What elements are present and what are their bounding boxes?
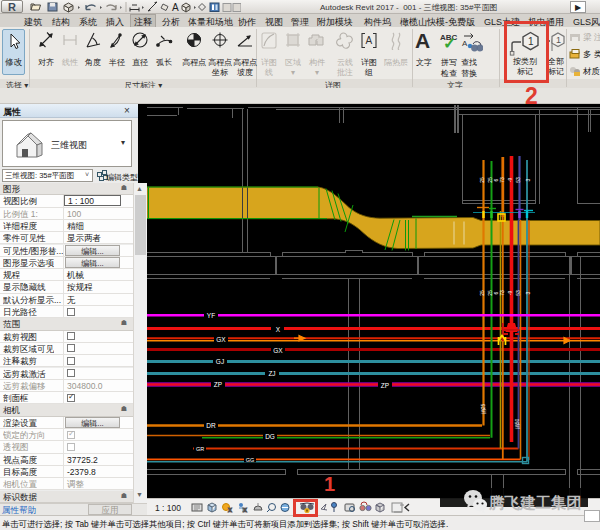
svg-text:A: A	[172, 2, 179, 13]
svg-text:73: 73	[499, 290, 505, 296]
svg-text:x: x	[228, 506, 232, 513]
svg-text:53: 53	[515, 177, 521, 183]
svg-text:53: 53	[515, 290, 521, 296]
svg-text:-9: -9	[507, 291, 513, 296]
svg-text:消25: 消25	[480, 404, 487, 415]
svg-text:3: 3	[525, 291, 531, 294]
svg-text:X: X	[276, 326, 281, 333]
svg-text:YF: YF	[207, 312, 215, 319]
svg-text:1: 1	[556, 35, 561, 45]
svg-text:ZJ: ZJ	[268, 370, 275, 377]
svg-text:DR: DR	[206, 422, 216, 429]
svg-text:3: 3	[525, 178, 531, 181]
svg-text:GJ: GJ	[216, 358, 224, 365]
svg-text:ZP: ZP	[381, 382, 389, 389]
svg-text:DG: DG	[265, 433, 275, 440]
svg-text:25: 25	[479, 290, 485, 296]
svg-text:25: 25	[479, 177, 485, 183]
svg-text:x: x	[243, 506, 247, 513]
svg-text:ZP: ZP	[214, 381, 222, 388]
svg-text:A: A	[462, 39, 468, 48]
svg-text:GG: GG	[246, 457, 255, 463]
svg-text:GX: GX	[273, 347, 283, 354]
svg-text:GX: GX	[216, 336, 226, 343]
svg-text:消50: 消50	[514, 419, 521, 430]
svg-text:A: A	[366, 35, 373, 46]
svg-text:GR: GR	[196, 446, 204, 452]
svg-text:-9: -9	[507, 178, 513, 183]
svg-text:73: 73	[499, 177, 505, 183]
